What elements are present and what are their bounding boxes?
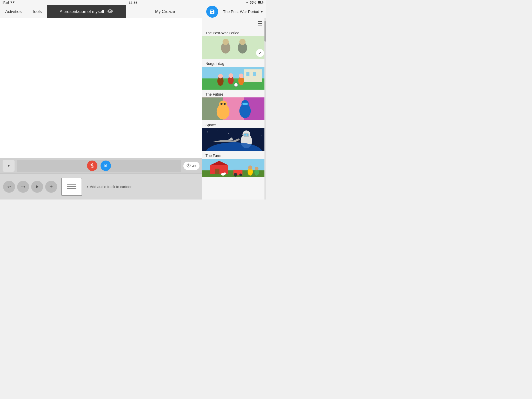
svg-point-70 [239, 174, 242, 176]
sidebar-scrollbar[interactable] [264, 18, 266, 200]
sidebar-thumb-space [202, 128, 266, 151]
canvas-area: 4s ↩ ↪ + ♪ Add audio [0, 18, 202, 200]
save-button[interactable] [206, 6, 218, 18]
battery-label: 59% [250, 1, 256, 4]
svg-rect-57 [243, 133, 249, 137]
bottom-toolbar: ↩ ↪ + ♪ Add audio track to cartoon [0, 174, 202, 200]
svg-rect-9 [106, 164, 107, 167]
sidebar-item-postwar[interactable]: The Post-War Period ✓ [202, 29, 266, 59]
time-display: 13:56 [129, 1, 137, 5]
add-audio-label[interactable]: ♪ Add audio track to cartoon [86, 184, 132, 189]
svg-rect-7 [105, 164, 105, 167]
canvas-workspace[interactable] [0, 18, 202, 158]
play-timeline-button[interactable] [3, 160, 15, 172]
sidebar-thumb-farm [202, 159, 266, 177]
svg-point-51 [228, 133, 229, 134]
presentation-tab[interactable]: A presentation of myself [47, 5, 126, 18]
play-button[interactable] [31, 181, 43, 193]
svg-point-42 [219, 101, 227, 109]
svg-point-30 [229, 73, 233, 78]
add-audio-text: Add audio track to cartoon [90, 185, 132, 189]
wifi-icon [10, 1, 15, 5]
activities-button[interactable]: Activities [0, 5, 27, 18]
audio-wave-button[interactable] [101, 161, 111, 171]
sidebar-thumb-postwar: ✓ [202, 36, 266, 59]
scene-dropdown-label: The Post-War Period [223, 9, 260, 14]
sidebar-thumb-future [202, 97, 266, 120]
svg-point-59 [247, 134, 248, 136]
svg-point-43 [221, 103, 223, 105]
sidebar-item-future-title: The Future [202, 91, 266, 97]
device-label: iPad [3, 1, 9, 4]
svg-point-32 [239, 74, 243, 78]
svg-rect-1 [258, 1, 261, 3]
hamburger-icon[interactable]: ☰ [258, 20, 263, 27]
svg-rect-47 [242, 103, 248, 105]
scene-dropdown[interactable]: The Post-War Period ▾ [220, 5, 266, 18]
sidebar-header: ☰ [202, 18, 266, 29]
svg-point-76 [224, 172, 226, 175]
svg-point-49 [207, 132, 208, 132]
sidebar-thumb-norge [202, 67, 266, 90]
main-layout: 4s ↩ ↪ + ♪ Add audio [0, 18, 266, 200]
sidebar-item-norge-title: Norge i dag [202, 60, 266, 67]
tools-button[interactable]: Tools [27, 5, 47, 18]
sidebar-item-farm[interactable]: The Farm [202, 152, 266, 177]
svg-point-74 [255, 167, 258, 170]
svg-point-50 [218, 130, 218, 130]
svg-point-28 [218, 74, 223, 78]
sidebar-item-postwar-title: The Post-War Period [202, 29, 266, 36]
timeline-track [17, 160, 181, 172]
svg-rect-2 [263, 2, 263, 3]
slide-lines-icon [67, 184, 76, 189]
svg-point-69 [234, 173, 237, 177]
scene-thumbnail[interactable] [61, 178, 82, 196]
sidebar-scrollbar-thumb[interactable] [264, 21, 266, 42]
my-creaza-label: My Creaza [155, 9, 175, 14]
svg-line-5 [91, 164, 94, 167]
svg-rect-10 [107, 165, 108, 167]
timeline-area: 4s [0, 158, 202, 174]
svg-rect-6 [104, 165, 104, 167]
sidebar-item-space-title: Space [202, 121, 266, 128]
add-scene-button[interactable]: + [45, 181, 57, 193]
svg-rect-26 [253, 72, 256, 76]
undo-button[interactable]: ↩ [3, 181, 15, 193]
sidebar-item-future[interactable]: The Future [202, 91, 266, 120]
music-note-icon: ♪ [86, 184, 88, 189]
sidebar-item-space[interactable]: Space [202, 121, 266, 151]
svg-point-52 [254, 131, 254, 131]
sidebar: ☰ The Post-War Period ✓ [202, 18, 266, 200]
selected-check-icon: ✓ [256, 49, 264, 57]
header: Activities Tools A presentation of mysel… [0, 5, 266, 18]
svg-point-54 [212, 141, 213, 141]
svg-point-72 [248, 165, 252, 170]
timer-badge: 4s [183, 162, 200, 170]
svg-point-58 [244, 134, 246, 136]
redo-button[interactable]: ↪ [17, 181, 29, 193]
svg-point-44 [224, 103, 226, 105]
svg-rect-8 [105, 165, 106, 167]
mute-mic-button[interactable] [87, 161, 97, 171]
chevron-down-icon: ▾ [261, 9, 263, 14]
status-bar: iPad 13:56 ∗ 59% [0, 0, 266, 5]
eye-icon [107, 9, 113, 14]
sidebar-item-norge[interactable]: Norge i dag [202, 60, 266, 90]
clock-icon [187, 163, 191, 168]
svg-rect-25 [246, 72, 249, 76]
svg-rect-67 [215, 169, 220, 174]
timer-label: 4s [192, 164, 196, 168]
presentation-title: A presentation of myself [60, 9, 104, 14]
svg-rect-19 [202, 36, 266, 59]
svg-point-53 [262, 136, 262, 136]
battery-icon [258, 1, 263, 4]
my-creaza-button[interactable]: My Creaza [126, 5, 205, 18]
bluetooth-icon: ∗ [246, 1, 248, 4]
sidebar-item-farm-title: The Farm [202, 152, 266, 159]
